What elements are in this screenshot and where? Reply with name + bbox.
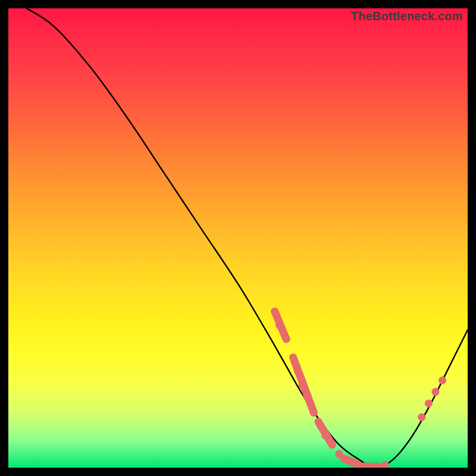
- data-dot: [275, 321, 283, 329]
- data-dot: [353, 460, 361, 468]
- data-dot: [303, 393, 311, 400]
- bottleneck-curve: [27, 8, 468, 468]
- chart-frame: TheBottleneck.com: [0, 0, 476, 476]
- data-dot: [418, 414, 425, 421]
- data-dot: [289, 353, 297, 361]
- watermark-text: TheBottleneck.com: [351, 10, 463, 23]
- data-dot: [299, 381, 306, 389]
- data-dot: [439, 377, 446, 384]
- data-dot: [271, 308, 278, 315]
- data-dot: [317, 422, 324, 430]
- data-dot: [283, 335, 290, 343]
- data-dot: [425, 399, 433, 407]
- plot-area: TheBottleneck.com: [8, 8, 468, 468]
- data-dot: [381, 461, 389, 468]
- data-dot: [310, 409, 318, 416]
- data-dot: [328, 441, 336, 449]
- data-dot-group: [271, 308, 446, 468]
- data-dot: [294, 367, 302, 375]
- data-lozenge-group: [275, 312, 378, 467]
- data-dot: [321, 431, 329, 439]
- data-dot: [431, 388, 439, 396]
- data-dot: [335, 450, 343, 458]
- curve-layer: [8, 8, 468, 468]
- data-dot: [345, 457, 352, 465]
